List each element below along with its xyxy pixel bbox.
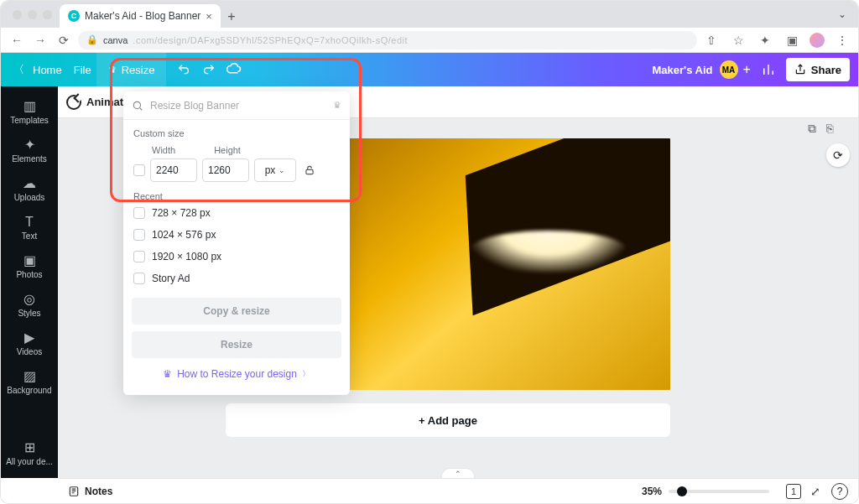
svg-rect-2 bbox=[306, 169, 313, 174]
sidebar-item-uploads[interactable]: ☁Uploads bbox=[1, 170, 58, 207]
extension-puzzle-icon[interactable]: ✦ bbox=[756, 31, 774, 49]
resize-search[interactable]: ♛ bbox=[123, 91, 350, 120]
sidebar-item-label: Photos bbox=[16, 270, 42, 279]
undo-icon[interactable] bbox=[171, 63, 196, 76]
add-page-button[interactable]: + Add page bbox=[226, 403, 670, 437]
sidebar-item-videos[interactable]: ▶Videos bbox=[1, 325, 58, 361]
profile-avatar[interactable] bbox=[810, 33, 825, 48]
help-icon[interactable]: ? bbox=[831, 483, 848, 500]
height-label: Height bbox=[214, 145, 241, 155]
sidebar-item-text[interactable]: TText bbox=[1, 209, 58, 246]
tabs-overflow-icon[interactable]: ⌄ bbox=[838, 8, 846, 20]
kebab-menu-icon[interactable]: ⋮ bbox=[833, 31, 851, 49]
resize-help-link[interactable]: ♛ How to Resize your design 〉 bbox=[132, 365, 341, 387]
recent-size-label: 1920 × 1080 px bbox=[152, 251, 221, 262]
file-menu-button[interactable]: File bbox=[74, 64, 91, 76]
nav-reload-icon[interactable]: ⟳ bbox=[55, 31, 73, 49]
svg-point-1 bbox=[133, 101, 140, 108]
zoom-slider[interactable] bbox=[669, 490, 769, 493]
unit-select[interactable]: px ⌄ bbox=[254, 158, 296, 182]
checkbox[interactable] bbox=[133, 251, 145, 262]
account-avatar[interactable]: MA bbox=[720, 60, 738, 79]
editor-back-icon[interactable]: 〈 bbox=[9, 62, 28, 77]
sidebar-item-elements[interactable]: ✦Elements bbox=[1, 132, 58, 169]
copy-resize-button[interactable]: Copy & resize bbox=[132, 298, 341, 325]
omnibox[interactable]: 🔒 canva.com/design/DAFxg5SDYhl/52SPhEQxQ… bbox=[78, 31, 697, 49]
sidebar-item-label: Uploads bbox=[14, 193, 45, 202]
crown-icon: ♛ bbox=[163, 368, 172, 380]
sidebar-item-all-designs[interactable]: ⊞All your de... bbox=[1, 434, 58, 471]
recent-size-item[interactable]: 728 × 728 px bbox=[133, 202, 340, 224]
animate-icon bbox=[66, 95, 81, 110]
home-button[interactable]: Home bbox=[33, 64, 62, 76]
photos-icon: ▣ bbox=[23, 252, 36, 268]
add-page-icon[interactable]: ⎘ bbox=[826, 122, 833, 136]
nav-forward-icon[interactable]: → bbox=[31, 31, 49, 49]
resize-dropdown-panel: ♛ Custom size Width Height 2240 1260 px … bbox=[123, 91, 350, 395]
duplicate-page-icon[interactable]: ⧉ bbox=[808, 122, 816, 136]
nav-back-icon[interactable]: ← bbox=[8, 31, 26, 49]
resize-search-input[interactable] bbox=[150, 100, 326, 112]
zoom-slider-thumb[interactable] bbox=[677, 486, 687, 496]
project-name[interactable]: Maker's Aid bbox=[653, 64, 713, 76]
extension-btn-icon[interactable]: ▣ bbox=[783, 31, 801, 49]
chevron-down-icon: ⌄ bbox=[279, 166, 285, 174]
resize-button[interactable]: Resize bbox=[132, 331, 341, 358]
elements-icon: ✦ bbox=[24, 137, 35, 153]
share-button[interactable]: Share bbox=[786, 58, 850, 81]
select-size-checkbox[interactable] bbox=[133, 164, 145, 176]
lamp-graphic bbox=[466, 138, 670, 315]
tab-close-icon[interactable]: × bbox=[206, 10, 212, 23]
lock-aspect-icon[interactable] bbox=[301, 164, 318, 176]
traffic-close[interactable] bbox=[13, 10, 22, 19]
recent-size-label: 728 × 728 px bbox=[152, 207, 211, 219]
page-drawer-handle[interactable]: ⌃ bbox=[441, 468, 475, 478]
crown-icon: ♛ bbox=[108, 65, 117, 75]
checkbox[interactable] bbox=[133, 273, 145, 284]
star-icon[interactable]: ☆ bbox=[729, 31, 747, 49]
browser-tabstrip: C Maker's Aid - Blog Banner × + ⌄ bbox=[1, 1, 858, 28]
share-label: Share bbox=[811, 64, 841, 76]
checkbox[interactable] bbox=[133, 229, 145, 241]
resize-menu-button[interactable]: ♛ Resize bbox=[96, 53, 167, 86]
reset-view-button[interactable]: ⟳ bbox=[826, 143, 850, 167]
sidebar-item-background[interactable]: ▨Background bbox=[1, 363, 58, 400]
side-panel: ▥Templates ✦Elements ☁Uploads TText ▣Pho… bbox=[1, 86, 58, 478]
browser-tab[interactable]: C Maker's Aid - Blog Banner × bbox=[60, 4, 221, 28]
sidebar-item-templates[interactable]: ▥Templates bbox=[1, 93, 58, 130]
sidebar-item-styles[interactable]: ◎Styles bbox=[1, 286, 58, 323]
traffic-min[interactable] bbox=[28, 10, 37, 19]
recent-size-label: Story Ad bbox=[152, 273, 190, 284]
light-graphic bbox=[469, 231, 628, 273]
share-url-icon[interactable]: ⇧ bbox=[702, 31, 721, 49]
url-host: canva bbox=[103, 35, 128, 45]
templates-icon: ▥ bbox=[23, 98, 36, 114]
page-count-badge[interactable]: 1 bbox=[786, 484, 801, 499]
bottom-bar: Notes 35% 1 ⤢ ? bbox=[58, 478, 858, 503]
recent-size-item[interactable]: 1920 × 1080 px bbox=[133, 246, 340, 268]
analytics-icon[interactable] bbox=[761, 62, 776, 77]
recent-size-item[interactable]: 1024 × 576 px bbox=[133, 224, 340, 246]
width-input[interactable]: 2240 bbox=[150, 158, 197, 182]
zoom-value[interactable]: 35% bbox=[642, 486, 662, 497]
window-traffic-lights bbox=[13, 10, 52, 19]
add-collaborator-icon[interactable]: + bbox=[743, 62, 751, 77]
crown-icon: ♛ bbox=[333, 100, 341, 111]
chevron-right-icon: 〉 bbox=[302, 368, 310, 380]
redo-icon[interactable] bbox=[196, 63, 221, 76]
notes-button[interactable]: Notes bbox=[85, 486, 112, 497]
search-icon bbox=[132, 100, 143, 112]
tab-favicon: C bbox=[68, 10, 80, 22]
checkbox[interactable] bbox=[133, 207, 145, 219]
unit-value: px bbox=[265, 164, 276, 176]
new-tab-button[interactable]: + bbox=[221, 6, 242, 28]
fullscreen-icon[interactable]: ⤢ bbox=[806, 485, 825, 498]
cloud-sync-icon[interactable] bbox=[221, 62, 247, 77]
recent-size-item[interactable]: Story Ad bbox=[133, 268, 340, 289]
width-label: Width bbox=[152, 145, 175, 155]
custom-size-label: Custom size bbox=[133, 128, 340, 138]
height-input[interactable]: 1260 bbox=[202, 158, 249, 182]
sidebar-item-photos[interactable]: ▣Photos bbox=[1, 247, 58, 284]
uploads-icon: ☁ bbox=[23, 175, 36, 191]
traffic-max[interactable] bbox=[43, 10, 52, 19]
